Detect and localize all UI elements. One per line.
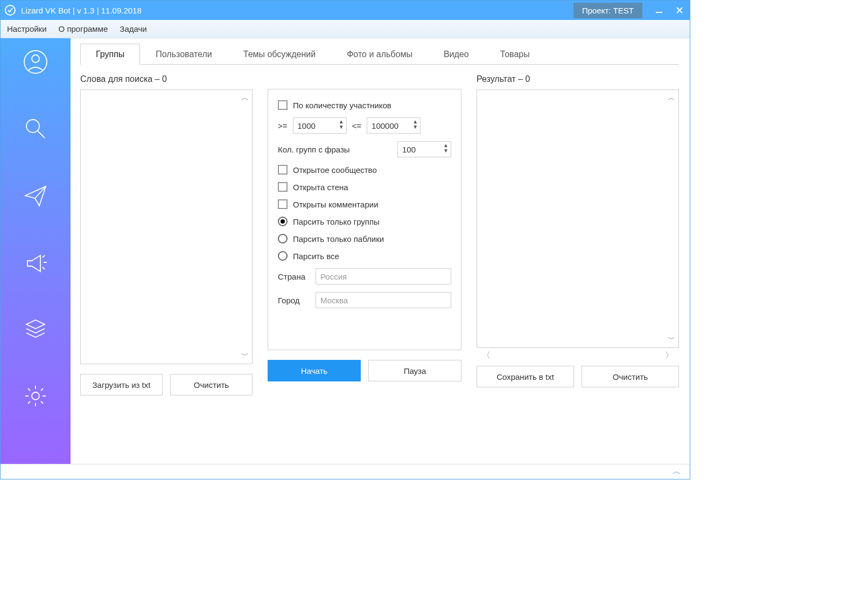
menu-tasks[interactable]: Задачи (120, 24, 146, 33)
search-words-list[interactable]: ︿ ﹀ (80, 89, 253, 364)
open-comments-checkbox[interactable] (278, 199, 288, 209)
project-badge: Проект: TEST (573, 3, 642, 18)
country-label: Страна (278, 272, 310, 281)
spinner-icon[interactable]: ▲▼ (443, 143, 449, 154)
tab-groups[interactable]: Группы (80, 44, 140, 65)
city-input[interactable] (316, 292, 451, 308)
minimize-button[interactable] (649, 1, 669, 20)
scroll-up-icon[interactable]: ︿ (241, 93, 249, 103)
chevron-up-icon[interactable]: ︿ (673, 466, 681, 477)
clear-search-button[interactable]: Очистить (170, 374, 253, 395)
result-panel: Результат – 0 ︿ ﹀ 〈 〉 Сохранить в txt Оч… (477, 74, 679, 395)
result-hscroll[interactable]: 〈 〉 (477, 348, 679, 364)
clear-result-button[interactable]: Очистить (582, 366, 679, 387)
chevron-right-icon[interactable]: 〉 (665, 350, 674, 361)
by-members-checkbox[interactable] (278, 100, 288, 110)
start-button[interactable]: Начать (268, 360, 361, 381)
result-list[interactable]: ︿ ﹀ (477, 89, 679, 348)
lte-label: <= (352, 121, 362, 130)
chevron-left-icon[interactable]: 〈 (482, 350, 491, 361)
megaphone-icon[interactable] (22, 248, 50, 276)
groups-per-phrase-input[interactable]: 100 ▲▼ (397, 141, 451, 157)
pause-button[interactable]: Пауза (368, 360, 461, 381)
statusbar: ︿ (1, 464, 690, 479)
result-label: Результат – 0 (477, 74, 679, 84)
svg-point-3 (24, 51, 47, 73)
city-label: Город (278, 296, 310, 305)
menubar: Настройки О программе Задачи (1, 20, 690, 38)
open-wall-checkbox[interactable] (278, 182, 288, 192)
load-from-txt-button[interactable]: Загрузить из txt (80, 374, 163, 395)
menu-settings[interactable]: Настройки (7, 24, 47, 33)
gear-icon[interactable] (22, 382, 50, 410)
app-icon (5, 5, 16, 16)
svg-point-4 (32, 55, 39, 62)
lte-input[interactable]: 100000 ▲▼ (367, 117, 421, 134)
tabs: Группы Пользователи Темы обсуждений Фото… (80, 44, 679, 65)
save-to-txt-button[interactable]: Сохранить в txt (477, 366, 574, 387)
spinner-icon[interactable]: ▲▼ (339, 119, 344, 130)
sidebar (1, 38, 71, 464)
tab-users[interactable]: Пользователи (140, 44, 227, 65)
country-input[interactable] (316, 268, 451, 284)
body: Группы Пользователи Темы обсуждений Фото… (1, 38, 690, 464)
gte-input[interactable]: 1000 ▲▼ (293, 117, 347, 134)
svg-point-8 (32, 392, 39, 400)
parse-groups-label: Парсить только группы (293, 217, 380, 226)
close-button[interactable] (669, 1, 690, 20)
titlebar: Lizard VK Bot | v 1.3 | 11.09.2018 Проек… (1, 1, 690, 20)
groups-per-phrase-label: Кол. групп с фразы (278, 145, 350, 154)
scroll-up-icon[interactable]: ︿ (668, 93, 675, 103)
spinner-icon[interactable]: ▲▼ (412, 119, 418, 130)
open-wall-label: Открыта стена (293, 183, 348, 192)
open-comments-label: Открыты комментарии (293, 200, 379, 209)
scroll-down-icon[interactable]: ﹀ (241, 351, 249, 360)
tab-discussions[interactable]: Темы обсуждений (228, 44, 331, 65)
layers-icon[interactable] (22, 315, 50, 343)
search-icon[interactable] (22, 115, 50, 143)
window-title: Lizard VK Bot | v 1.3 | 11.09.2018 (21, 6, 573, 15)
parse-groups-radio[interactable] (278, 217, 288, 226)
open-community-checkbox[interactable] (278, 165, 288, 175)
tab-video[interactable]: Видео (428, 44, 485, 65)
search-words-label: Слова для поиска – 0 (80, 74, 253, 84)
open-community-label: Открытое сообщество (293, 165, 377, 175)
gte-label: >= (278, 121, 288, 130)
settings-box: По количеству участников >= 1000 ▲▼ <= 1… (268, 89, 461, 350)
menu-about[interactable]: О программе (59, 24, 108, 33)
panels: Слова для поиска – 0 ︿ ﹀ Загрузить из tx… (80, 74, 679, 395)
tab-photos[interactable]: Фото и альбомы (331, 44, 428, 65)
parse-publics-label: Парсить только паблики (293, 234, 384, 244)
parse-all-label: Парсить все (293, 252, 339, 261)
scroll-down-icon[interactable]: ﹀ (668, 335, 675, 344)
svg-line-6 (38, 131, 45, 138)
by-members-label: По количеству участников (293, 101, 391, 110)
parse-publics-radio[interactable] (278, 234, 288, 244)
filter-panel: По количеству участников >= 1000 ▲▼ <= 1… (268, 74, 461, 395)
user-icon[interactable] (22, 48, 50, 76)
app-window: Lizard VK Bot | v 1.3 | 11.09.2018 Проек… (0, 0, 690, 479)
send-icon[interactable] (22, 182, 50, 210)
search-words-panel: Слова для поиска – 0 ︿ ﹀ Загрузить из tx… (80, 74, 253, 395)
parse-all-radio[interactable] (278, 251, 288, 261)
content: Группы Пользователи Темы обсуждений Фото… (71, 38, 690, 464)
svg-point-5 (26, 120, 39, 133)
tab-products[interactable]: Товары (485, 44, 545, 65)
